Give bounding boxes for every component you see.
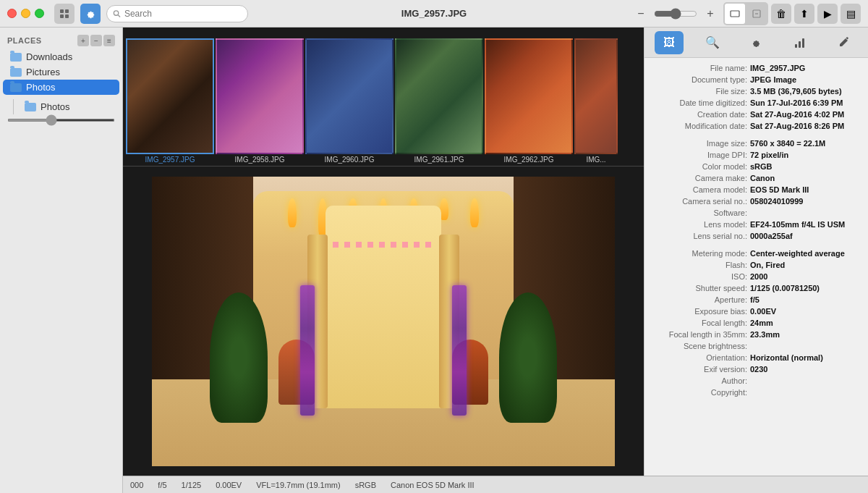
filmstrip-item-2[interactable]: IMG_2960.JPG xyxy=(305,38,393,166)
info-tab-settings[interactable] xyxy=(741,31,770,54)
info-row-doctype: Document type: JPEG Image xyxy=(644,74,868,85)
info-tab-edit[interactable] xyxy=(829,31,858,54)
trash-button[interactable]: 🗑 xyxy=(771,4,791,24)
window-title: IMG_2957.JPG xyxy=(401,8,467,19)
film-label-3: IMG_2961.JPG xyxy=(414,154,464,166)
info-row-flash: Flash: On, Fired xyxy=(644,259,868,271)
maximize-button[interactable] xyxy=(35,9,44,18)
info-value: 72 pixel/in xyxy=(750,151,788,159)
info-label: Author: xyxy=(653,376,747,385)
info-value: JPEG Image xyxy=(750,75,796,84)
info-row-creation: Creation date: Sat 27-Aug-2016 4:02 PM xyxy=(644,109,868,120)
filmstrip-item-3[interactable]: IMG_2961.JPG xyxy=(395,38,483,166)
info-label: Creation date: xyxy=(653,110,747,119)
info-row-cameramodel: Camera model: EOS 5D Mark III xyxy=(644,184,868,195)
search-input[interactable] xyxy=(124,9,242,19)
statusbar-focal: VFL=19.7mm (19.1mm) xyxy=(256,481,340,489)
sidebar-section-title: Places xyxy=(7,36,42,45)
titlebar: IMG_2957.JPG − + 🗑 ⬆ ▶ ▤ xyxy=(0,0,868,28)
info-row-expbias: Exposure bias: 0.00EV xyxy=(644,306,868,317)
info-label: Shutter speed: xyxy=(653,284,747,292)
gear-button[interactable] xyxy=(80,4,101,24)
info-label: Image DPI: xyxy=(653,151,747,159)
film-label-1: IMG_2958.JPG xyxy=(235,154,285,166)
info-value: 0230 xyxy=(750,365,767,374)
info-label: Metering mode: xyxy=(653,249,747,258)
info-row-exif: Exif version: 0230 xyxy=(644,363,868,375)
info-value: 1/125 (0.00781250) xyxy=(750,284,820,292)
info-label: Lens model: xyxy=(653,220,747,229)
info-label: Image size: xyxy=(653,139,747,148)
sidebar-options-button[interactable]: ≡ xyxy=(103,35,115,46)
search-bar[interactable] xyxy=(106,5,248,22)
zoom-in-button[interactable]: + xyxy=(700,4,720,24)
minimize-button[interactable] xyxy=(21,9,30,18)
filmstrip-item-1[interactable]: IMG_2958.JPG xyxy=(216,38,304,166)
folder-icon xyxy=(25,103,36,111)
info-label: Orientation: xyxy=(653,353,747,362)
filmstrip[interactable]: IMG_2957.JPG IMG_2958.JPG IMG_2960.JPG I… xyxy=(123,28,644,167)
info-tab-chart[interactable] xyxy=(786,31,814,54)
info-tab-image[interactable]: 🖼 xyxy=(655,31,684,54)
svg-rect-0 xyxy=(60,9,64,13)
info-tab-search[interactable]: 🔍 xyxy=(698,31,727,54)
sidebar: Places + − ≡ Downloads Pictures Photos xyxy=(0,28,123,493)
sidebar-item-downloads[interactable]: Downloads xyxy=(3,49,119,64)
zoom-control: − + xyxy=(631,4,720,24)
titlebar-left xyxy=(7,4,248,24)
info-value: 5760 x 3840 = 22.1M xyxy=(750,139,825,148)
grid-view-button[interactable] xyxy=(54,4,75,24)
fit-view-button[interactable] xyxy=(725,4,745,24)
titlebar-right: − + 🗑 ⬆ ▶ ▤ xyxy=(631,2,861,25)
film-label-2: IMG_2960.JPG xyxy=(325,154,375,166)
folder-icon xyxy=(10,68,22,77)
info-value: Horizontal (normal) xyxy=(750,353,823,362)
info-value: Sun 17-Jul-2016 6:39 PM xyxy=(750,98,843,107)
info-label: File size: xyxy=(653,87,747,96)
sidebar-item-label: Photos xyxy=(26,82,55,93)
filmstrip-item-0[interactable]: IMG_2957.JPG xyxy=(126,38,214,166)
slideshow-button[interactable]: ▶ xyxy=(817,4,838,24)
sidebar-item-photos-sub[interactable]: Photos xyxy=(17,99,116,114)
svg-rect-11 xyxy=(802,38,804,48)
filmstrip-item-5[interactable]: IMG... xyxy=(574,38,618,166)
sidebar-item-pictures[interactable]: Pictures xyxy=(3,64,119,80)
info-row-datetime-dig: Date time digitized: Sun 17-Jul-2016 6:3… xyxy=(644,97,868,109)
info-value: EF24-105mm f/4L IS USM xyxy=(750,220,845,229)
sidebar-toggle-button[interactable]: ▤ xyxy=(841,4,861,24)
actual-size-button[interactable] xyxy=(746,4,767,24)
info-row-cameramake: Camera make: Canon xyxy=(644,172,868,184)
export-button[interactable]: ⬆ xyxy=(794,4,814,24)
info-content: File name: IMG_2957.JPG Document type: J… xyxy=(644,58,868,476)
sidebar-scroll-slider[interactable] xyxy=(7,119,115,122)
sidebar-item-label: Pictures xyxy=(26,67,60,77)
sidebar-header: Places + − ≡ xyxy=(0,32,122,49)
info-row-filesize: File size: 3.5 MB (36,79,605 bytes) xyxy=(644,85,868,97)
statusbar-ev: 0.00EV xyxy=(216,481,242,489)
info-row-imagesize: Image size: 5760 x 3840 = 22.1M xyxy=(644,138,868,149)
close-button[interactable] xyxy=(7,9,17,18)
sidebar-add-button[interactable]: + xyxy=(77,35,89,46)
zoom-out-button[interactable]: − xyxy=(631,4,651,24)
info-row-lensmodel: Lens model: EF24-105mm f/4L IS USM xyxy=(644,219,868,230)
sidebar-remove-button[interactable]: − xyxy=(90,35,102,46)
info-value: 24mm xyxy=(750,319,773,327)
info-label: Camera make: xyxy=(653,174,747,182)
statusbar: 000 f/5 1/125 0.00EV VFL=19.7mm (19.1mm)… xyxy=(123,476,868,493)
traffic-lights xyxy=(7,9,44,18)
info-label: File name: xyxy=(653,64,747,72)
info-label: Date time digitized: xyxy=(653,98,747,107)
svg-rect-10 xyxy=(799,41,801,48)
info-row-modification: Modification date: Sat 27-Aug-2016 8:26 … xyxy=(644,120,868,132)
info-value: 0000a255af xyxy=(750,232,793,240)
sidebar-places-section: Places + − ≡ Downloads Pictures Photos xyxy=(0,28,122,99)
info-label: Camera model: xyxy=(653,185,747,194)
zoom-slider[interactable] xyxy=(654,8,697,20)
info-row-scenebright: Scene brightness: xyxy=(644,340,868,352)
filmstrip-item-4[interactable]: IMG_2962.JPG xyxy=(485,38,573,166)
info-label: Exposure bias: xyxy=(653,307,747,316)
info-value: Sat 27-Aug-2016 4:02 PM xyxy=(750,110,844,119)
info-label: Color model: xyxy=(653,162,747,171)
sidebar-item-photos[interactable]: Photos xyxy=(3,80,119,95)
folder-icon xyxy=(10,83,22,92)
